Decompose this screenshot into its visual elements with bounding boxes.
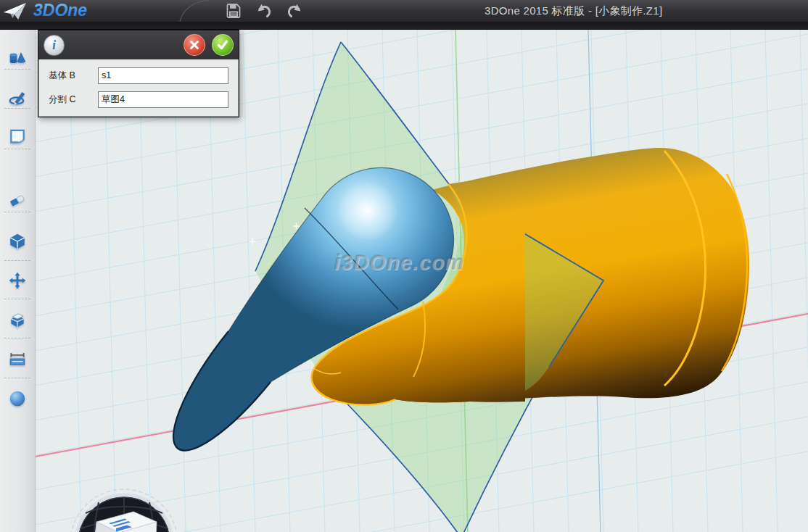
sidebar-separator xyxy=(4,108,30,109)
material-sphere-icon xyxy=(8,389,27,408)
app-window: { "app": { "logo_text": "3DOne", "title"… xyxy=(0,0,808,532)
sidebar-separator xyxy=(4,299,30,299)
sidebar-separator xyxy=(4,378,30,378)
tool-sidebar xyxy=(0,29,36,532)
sidebar-tool-combine[interactable] xyxy=(8,310,27,329)
sidebar-tool-primitives[interactable] xyxy=(8,49,27,67)
sidebar-tool-measure[interactable] xyxy=(8,349,27,368)
title-bar: 3DOne 3DOne 2015 标准版 xyxy=(0,0,808,22)
close-icon xyxy=(189,39,200,51)
undo-icon xyxy=(255,2,273,20)
sidebar-separator xyxy=(4,338,30,338)
solid-cube-icon xyxy=(8,232,27,251)
split-dialog: i 基体 B 分割 C xyxy=(38,30,239,117)
move-icon xyxy=(8,271,27,290)
info-icon[interactable]: i xyxy=(44,35,65,56)
combine-icon xyxy=(8,310,27,329)
primitives-icon xyxy=(8,49,27,67)
dialog-header[interactable]: i xyxy=(38,30,239,59)
measure-icon xyxy=(8,349,27,368)
window-title: 3DOne 2015 标准版 - [小象制作.Z1] xyxy=(485,0,662,22)
sidebar-tool-sketch-plane[interactable] xyxy=(8,127,27,146)
viewport-3d[interactable]: i3DOne.com i xyxy=(35,29,808,532)
logo-text: 3DOne xyxy=(32,1,126,21)
dialog-body: 基体 B 分割 C xyxy=(38,59,239,117)
base-field-label: 基体 B xyxy=(39,70,98,82)
sidebar-tool-eraser[interactable] xyxy=(8,190,27,209)
undo-button[interactable] xyxy=(255,1,273,20)
sidebar-separator xyxy=(4,212,30,212)
sidebar-tool-move[interactable] xyxy=(8,271,27,290)
split-field-label: 分割 C xyxy=(39,93,98,106)
view-navigation-cube[interactable] xyxy=(64,484,187,532)
eraser-icon xyxy=(8,190,27,209)
sidebar-tool-solid[interactable] xyxy=(8,232,27,251)
sketch-plane-icon xyxy=(8,127,27,146)
sketch-icon xyxy=(8,88,27,107)
field-row-base: 基体 B xyxy=(39,67,238,84)
paper-plane-icon xyxy=(3,1,28,21)
sidebar-tool-material[interactable] xyxy=(8,389,27,408)
check-icon xyxy=(216,38,229,51)
sidebar-tool-sketch[interactable] xyxy=(8,88,27,107)
specular-highlight xyxy=(339,182,397,240)
sidebar-separator xyxy=(4,149,30,149)
confirm-button[interactable] xyxy=(212,34,234,56)
base-field-input[interactable] xyxy=(98,67,228,84)
split-field-input[interactable] xyxy=(98,91,228,108)
field-row-split: 分割 C xyxy=(39,91,238,108)
sidebar-separator xyxy=(4,69,30,70)
title-bar-strip xyxy=(0,22,808,30)
app-logo: 3DOne xyxy=(0,1,184,21)
redo-icon xyxy=(285,2,304,20)
logo-swoosh xyxy=(167,0,239,22)
sidebar-separator xyxy=(4,260,30,261)
svg-text:3DOne: 3DOne xyxy=(33,1,87,20)
redo-button[interactable] xyxy=(285,1,304,20)
cancel-button[interactable] xyxy=(184,34,205,56)
